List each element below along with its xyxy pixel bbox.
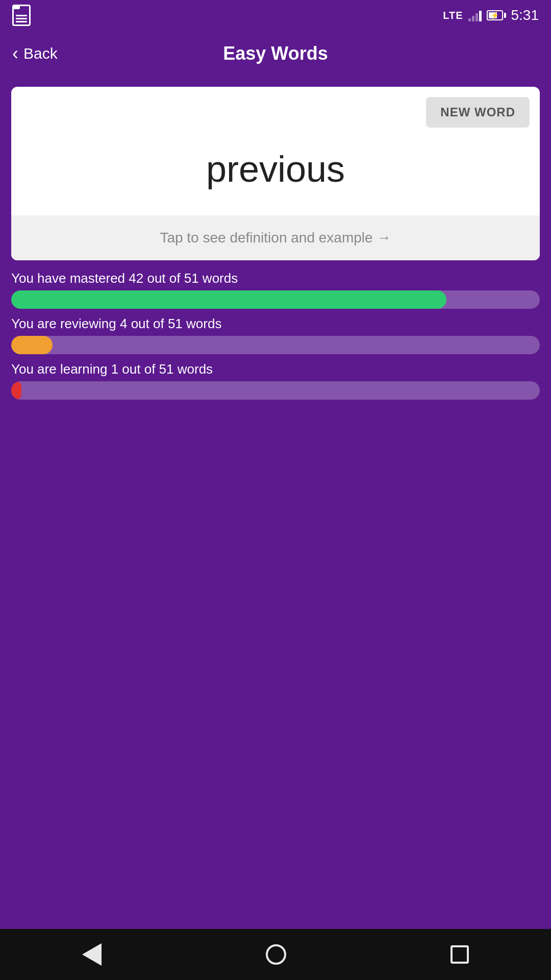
mastered-progress-bar-bg: [11, 290, 540, 309]
status-right: LTE ⚡ 5:31: [443, 7, 539, 23]
progress-section: You have mastered 42 out of 51 words You…: [11, 271, 540, 400]
page-title: Easy Words: [223, 43, 328, 64]
tap-hint-text: Tap to see definition and example →: [160, 230, 391, 246]
back-label: Back: [23, 45, 58, 62]
nav-home-button[interactable]: [266, 944, 286, 965]
reviewing-label: You are reviewing 4 out of 51 words: [11, 316, 540, 332]
nav-recents-icon: [450, 945, 469, 964]
main-content: NEW WORD previous Tap to see definition …: [0, 77, 551, 929]
current-word: previous: [206, 148, 345, 190]
word-card-bottom[interactable]: Tap to see definition and example →: [11, 215, 540, 260]
mastered-label: You have mastered 42 out of 51 words: [11, 271, 540, 286]
back-chevron-icon: ‹: [12, 44, 18, 63]
reviewing-progress-item: You are reviewing 4 out of 51 words: [11, 316, 540, 354]
status-bar-left: [12, 5, 436, 26]
word-card[interactable]: NEW WORD previous Tap to see definition …: [11, 87, 540, 260]
learning-progress-item: You are learning 1 out of 51 words: [11, 361, 540, 400]
reviewing-progress-bar-bg: [11, 336, 540, 354]
learning-progress-bar-bg: [11, 381, 540, 400]
top-bar: ‹ Back Easy Words: [0, 31, 551, 77]
sd-card-icon: [12, 5, 31, 26]
learning-progress-bar-fill: [11, 381, 21, 400]
word-card-top: NEW WORD: [11, 87, 540, 128]
mastered-progress-bar-fill: [11, 290, 446, 309]
time-display: 5:31: [511, 7, 539, 23]
nav-back-button[interactable]: [82, 943, 102, 966]
status-bar: LTE ⚡ 5:31: [0, 0, 551, 31]
signal-icon: [468, 9, 482, 21]
new-word-button[interactable]: NEW WORD: [426, 97, 530, 128]
reviewing-progress-bar-fill: [11, 336, 53, 354]
battery-icon: ⚡: [487, 10, 506, 20]
bottom-nav-bar: [0, 929, 551, 980]
nav-home-icon: [266, 944, 286, 965]
lte-icon: LTE: [443, 10, 463, 21]
mastered-progress-item: You have mastered 42 out of 51 words: [11, 271, 540, 309]
learning-label: You are learning 1 out of 51 words: [11, 361, 540, 377]
back-button[interactable]: ‹ Back: [12, 44, 58, 63]
word-display: previous: [11, 128, 540, 215]
nav-recents-button[interactable]: [450, 945, 469, 964]
nav-back-icon: [82, 943, 102, 966]
